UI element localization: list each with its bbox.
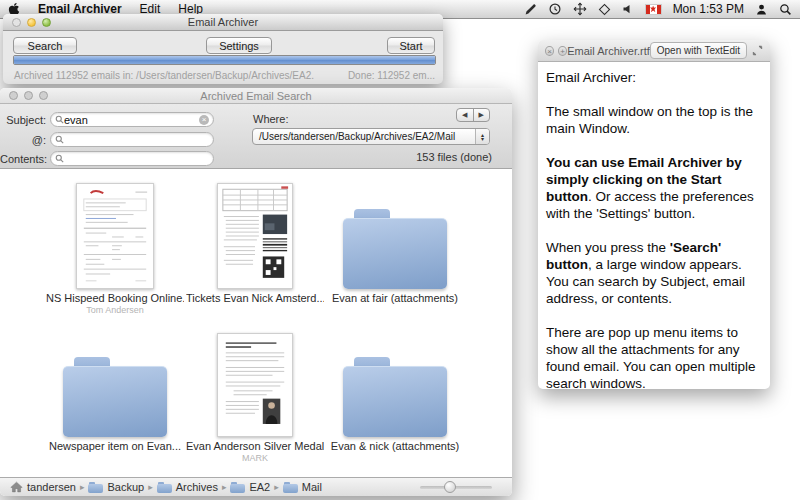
zoom-button[interactable] <box>42 18 51 27</box>
main-window-titlebar[interactable]: Email Archiver <box>3 14 443 31</box>
where-label: Where: <box>253 113 288 125</box>
open-with-textedit-button[interactable]: Open with TextEdit <box>650 42 747 59</box>
close-button[interactable]: × <box>545 46 554 56</box>
archived-email-search-window: Archived Email Search Subject: × @: Cont… <box>0 88 512 496</box>
close-button[interactable] <box>12 18 21 27</box>
result-item[interactable]: NS Hispeed Booking Online... Tom Anderse… <box>45 179 185 315</box>
user-icon[interactable] <box>755 3 768 16</box>
settings-button[interactable]: Settings <box>206 37 272 54</box>
result-label: Evan Anderson Silver Medal... <box>186 440 324 452</box>
result-label: Tickets Evan Nick Amsterd... <box>186 292 324 304</box>
where-popup[interactable]: /Users/tandersen/Backup/Archives/EA2/Mai… <box>252 128 490 145</box>
search-window-titlebar[interactable]: Archived Email Search <box>0 88 512 104</box>
search-button[interactable]: Search <box>13 37 77 54</box>
email-archiver-window: Email Archiver Search Settings Start Arc… <box>3 14 443 84</box>
path-separator-icon: ▸ <box>148 482 153 492</box>
contents-search-field[interactable] <box>50 151 214 166</box>
search-results-area: NS Hispeed Booking Online... Tom Anderse… <box>0 169 512 477</box>
document-icon <box>217 179 293 289</box>
address-input[interactable] <box>64 134 209 146</box>
folder-icon <box>88 482 103 493</box>
path-item[interactable]: Mail <box>283 481 322 493</box>
address-label: @: <box>0 134 46 146</box>
folder-icon <box>283 482 298 493</box>
expand-icon[interactable] <box>752 45 763 56</box>
diamond-icon[interactable] <box>598 3 611 16</box>
path-item[interactable]: Backup <box>88 481 144 493</box>
search-icon <box>55 115 64 124</box>
quicklook-window: × + Email Archiver.rtf Open with TextEdi… <box>538 40 770 389</box>
files-count: 153 files (done) <box>416 151 492 163</box>
canada-flag-icon[interactable] <box>645 4 662 15</box>
folder-icon <box>343 357 447 437</box>
result-item[interactable]: Evan at fair (attachments) <box>325 179 465 315</box>
address-search-field[interactable] <box>50 132 214 147</box>
result-item[interactable]: Tickets Evan Nick Amsterd... <box>185 179 325 315</box>
folder-icon <box>157 482 172 493</box>
result-sublabel: MARK <box>242 453 268 463</box>
history-nav-control[interactable]: ◀ ▶ <box>456 108 490 122</box>
contents-label: Contents: <box>0 153 46 165</box>
search-toolbar: Subject: × @: Contents: ◀ ▶ Where: /User… <box>0 104 512 169</box>
folder-icon <box>63 357 167 437</box>
path-item[interactable]: EA2 <box>230 481 270 493</box>
archive-progress-bar <box>13 55 436 65</box>
minimize-button[interactable] <box>27 18 36 27</box>
home-icon <box>10 481 23 493</box>
document-icon <box>76 179 154 289</box>
minimize-button[interactable] <box>24 91 33 100</box>
archive-done-text: Done: 112952 em... <box>348 70 435 81</box>
result-sublabel: Tom Andersen <box>86 305 144 315</box>
document-icon <box>217 327 293 437</box>
subject-input[interactable] <box>64 114 199 126</box>
result-item[interactable]: Evan & nick (attachments) <box>325 327 465 463</box>
subject-label: Subject: <box>0 114 46 126</box>
spotlight-icon[interactable] <box>779 3 792 16</box>
path-separator-icon: ▸ <box>222 482 227 492</box>
archive-status-text: Archived 112952 emails in: /Users/tander… <box>14 70 314 81</box>
time-machine-icon[interactable] <box>548 2 562 16</box>
desktop: { "menu_bar": { "app_menus": ["Email Arc… <box>0 0 800 500</box>
path-separator-icon: ▸ <box>80 482 85 492</box>
quicklook-titlebar[interactable]: × + Email Archiver.rtf Open with TextEdi… <box>538 40 770 62</box>
move-icon[interactable] <box>573 2 587 16</box>
contents-input[interactable] <box>64 153 209 165</box>
result-item[interactable]: Newspaper item on Evan... <box>45 327 185 463</box>
search-window-title: Archived Email Search <box>0 90 512 102</box>
path-separator-icon: ▸ <box>274 482 279 492</box>
close-button[interactable] <box>9 91 18 100</box>
icon-size-slider[interactable] <box>420 486 492 489</box>
start-button[interactable]: Start <box>387 37 435 54</box>
fullscreen-button[interactable]: + <box>558 46 567 56</box>
result-label: NS Hispeed Booking Online... <box>46 292 184 304</box>
quicklook-text: Email Archiver: The small window on the … <box>538 62 770 416</box>
result-label: Evan & nick (attachments) <box>331 440 459 452</box>
result-label: Newspaper item on Evan... <box>49 440 181 452</box>
menu-clock[interactable]: Mon 1:53 PM <box>673 2 744 16</box>
result-item[interactable]: Evan Anderson Silver Medal... MARK <box>185 327 325 463</box>
subject-search-field[interactable]: × <box>50 112 214 127</box>
folder-icon <box>230 482 245 493</box>
result-label: Evan at fair (attachments) <box>332 292 458 304</box>
back-icon[interactable]: ◀ <box>457 109 474 121</box>
main-window-title: Email Archiver <box>3 16 443 28</box>
forward-icon[interactable]: ▶ <box>474 109 490 121</box>
slider-knob[interactable] <box>444 481 456 493</box>
volume-icon[interactable] <box>622 3 634 15</box>
pen-icon[interactable] <box>524 3 537 16</box>
search-icon <box>55 135 64 144</box>
zoom-button[interactable] <box>39 91 48 100</box>
path-item[interactable]: Archives <box>157 481 218 493</box>
path-bar: tandersen ▸ Backup ▸ Archives ▸ EA2 ▸ Ma… <box>0 477 512 496</box>
folder-icon <box>343 209 447 289</box>
search-icon <box>55 154 64 163</box>
popup-arrows-icon: ▴▾ <box>475 129 489 144</box>
clear-icon[interactable]: × <box>199 115 209 125</box>
where-value: /Users/tandersen/Backup/Archives/EA2/Mai… <box>259 131 455 142</box>
path-item-home[interactable]: tandersen <box>10 481 76 493</box>
quicklook-title: Email Archiver.rtf <box>567 45 650 57</box>
